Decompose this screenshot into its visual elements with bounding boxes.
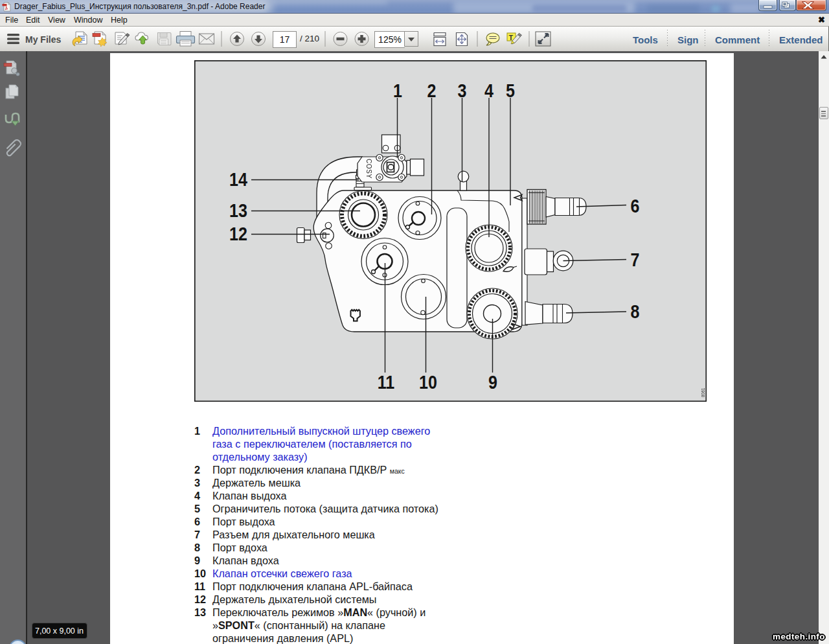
svg-text:3: 3 <box>458 80 467 101</box>
svg-text:8: 8 <box>631 301 640 322</box>
svg-text:11: 11 <box>378 371 394 393</box>
svg-text:13: 13 <box>229 200 247 221</box>
svg-text:COSY: COSY <box>365 159 372 179</box>
svg-text:7: 7 <box>631 249 640 270</box>
svg-text:T: T <box>509 34 514 41</box>
svg-text:1: 1 <box>393 80 402 101</box>
svg-text:12: 12 <box>229 223 247 244</box>
svg-text:2: 2 <box>427 80 437 101</box>
svg-text:10: 10 <box>419 371 437 393</box>
svg-text:5: 5 <box>506 80 515 101</box>
svg-text:4: 4 <box>484 80 494 101</box>
svg-text:My Files: My Files <box>25 34 61 45</box>
svg-text:14: 14 <box>229 168 248 190</box>
svg-text:9: 9 <box>488 371 497 393</box>
svg-text:6: 6 <box>631 195 640 216</box>
svg-text:8061: 8061 <box>701 387 705 397</box>
